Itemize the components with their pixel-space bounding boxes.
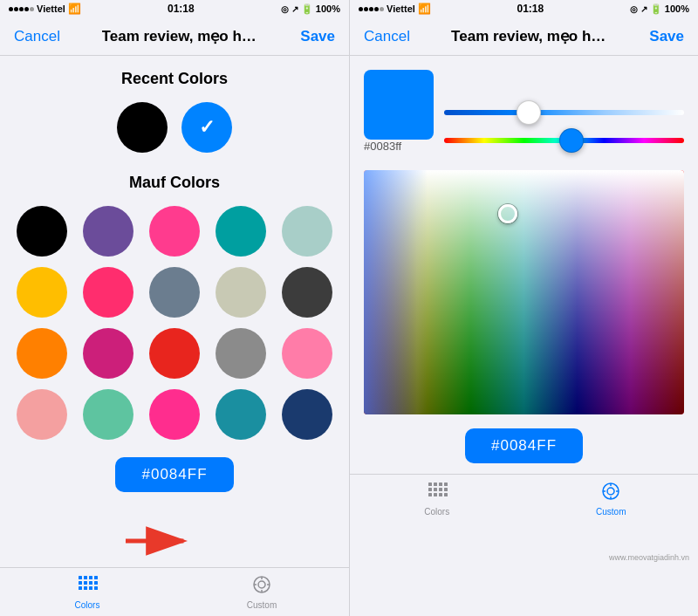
battery-icon-r: 🔋 [650,3,662,15]
tab-custom-label-left: Custom [247,600,277,610]
mauf-color-17[interactable] [83,389,133,440]
content-area-left: Recent Colors ✓ Mauf Colors [0,56,349,567]
tab-colors-label-left: Colors [75,600,100,610]
svg-rect-5 [94,576,98,579]
battery-pct-left: 100% [316,3,340,14]
tab-custom-label-right: Custom [596,507,626,517]
mauf-color-14[interactable] [216,328,266,379]
battery-icon: 🔋 [301,3,313,15]
mauf-color-11[interactable] [17,328,67,379]
dot-r3 [369,7,373,11]
save-button-right[interactable]: Save [649,28,684,45]
svg-rect-22 [439,483,442,486]
svg-rect-11 [84,586,87,590]
custom-tab-icon-right [600,481,621,505]
carrier-name-right: Viettel [387,3,415,14]
mauf-color-13[interactable] [149,328,200,379]
svg-rect-28 [428,493,432,496]
tab-colors-label-right: Colors [424,507,449,517]
tab-custom-left[interactable]: Custom [174,574,349,610]
mauf-color-16[interactable] [17,389,67,440]
svg-rect-24 [428,488,432,491]
tab-bar-right: Colors Custom [350,474,698,523]
colors-tab-icon [77,574,98,599]
mauf-color-7[interactable] [83,267,133,318]
nav-bar-left: Cancel Team review, mẹo hay t... Save [0,17,349,56]
status-bar-right: Viettel 📶 01:18 ◎ ↗ 🔋 100% [350,0,698,17]
cancel-button-right[interactable]: Cancel [364,28,410,45]
color-hex-label: #0083ff [364,140,434,153]
signal-dots [9,7,34,11]
location-icon: ◎ [281,4,289,14]
slider-1-bg [444,110,684,115]
dot2 [14,7,18,11]
save-button-left[interactable]: Save [300,28,335,45]
mauf-color-12[interactable] [83,328,133,379]
mauf-color-19[interactable] [216,389,266,440]
hex-input-container-left: #0084FF [14,457,335,492]
svg-rect-8 [89,581,92,585]
color-picker-gradient[interactable] [364,170,684,414]
cancel-button-left[interactable]: Cancel [14,28,60,45]
custom-icon [251,574,272,595]
mauf-colors-title: Mauf Colors [14,174,335,192]
svg-rect-6 [79,581,82,585]
mauf-color-1[interactable] [17,206,67,257]
carrier-signal-right: Viettel 📶 [359,3,431,15]
carrier-name-left: Viettel [37,3,65,14]
svg-rect-27 [444,488,448,491]
recent-color-blue[interactable]: ✓ [181,102,232,153]
svg-rect-31 [444,493,448,496]
slider-1-track[interactable] [444,100,684,125]
svg-rect-3 [84,576,87,579]
slider-1-thumb[interactable] [517,100,541,125]
colors-tab-icon-right [427,481,448,505]
svg-rect-4 [89,576,92,579]
left-panel: Viettel 📶 01:18 ◎ ↗ 🔋 100% Cancel Team r… [0,0,349,616]
mauf-color-3[interactable] [149,206,200,257]
color-preview-box [364,70,434,140]
slider-2-track[interactable] [444,128,684,153]
tab-colors-left[interactable]: Colors [0,574,174,610]
svg-rect-23 [444,483,448,486]
mauf-color-9[interactable] [216,267,266,318]
colors-grid [14,206,335,440]
mauf-color-10[interactable] [282,267,332,318]
recent-color-black[interactable] [117,102,168,153]
tab-colors-right[interactable]: Colors [350,481,524,517]
tab-bar-left: Colors Custom [0,567,349,616]
watermark: www.meovatgiadinh.vn [609,553,689,564]
carrier-signal-left: Viettel 📶 [9,3,81,15]
right-status-right: ◎ ↗ 🔋 100% [630,3,689,15]
tab-custom-right[interactable]: Custom [524,481,699,517]
svg-rect-30 [439,493,442,496]
hex-input-button-left[interactable]: #0084FF [115,457,233,492]
mauf-color-15[interactable] [282,328,332,379]
arrow-indicator [122,524,192,562]
recent-colors-row: ✓ [14,102,335,153]
svg-rect-7 [84,581,87,585]
slider-area [444,100,684,156]
watermark-text: www.meovatgiadinh.vn [609,553,689,562]
red-arrow-svg [122,524,192,558]
mauf-color-20[interactable] [282,389,332,440]
status-bar-left: Viettel 📶 01:18 ◎ ↗ 🔋 100% [0,0,349,17]
mauf-color-2[interactable] [83,206,133,257]
svg-rect-2 [79,576,82,579]
location-icon-r: ◎ [630,4,638,14]
slider-2-thumb[interactable] [559,128,584,153]
dot-r5 [380,7,384,11]
grid-icon [77,574,98,595]
mauf-color-6[interactable] [17,267,67,318]
nav-title-left: Team review, mẹo hay t... [102,27,259,45]
svg-rect-13 [94,586,98,590]
dot-r4 [374,7,379,11]
mauf-color-4[interactable] [216,206,266,257]
mauf-color-5[interactable] [282,206,332,257]
svg-rect-10 [79,586,82,590]
hex-input-button-right[interactable]: #0084FF [465,428,583,463]
recent-colors-title: Recent Colors [14,70,335,88]
signal-dots-right [359,7,384,11]
mauf-color-18[interactable] [149,389,200,440]
mauf-color-8[interactable] [149,267,200,318]
